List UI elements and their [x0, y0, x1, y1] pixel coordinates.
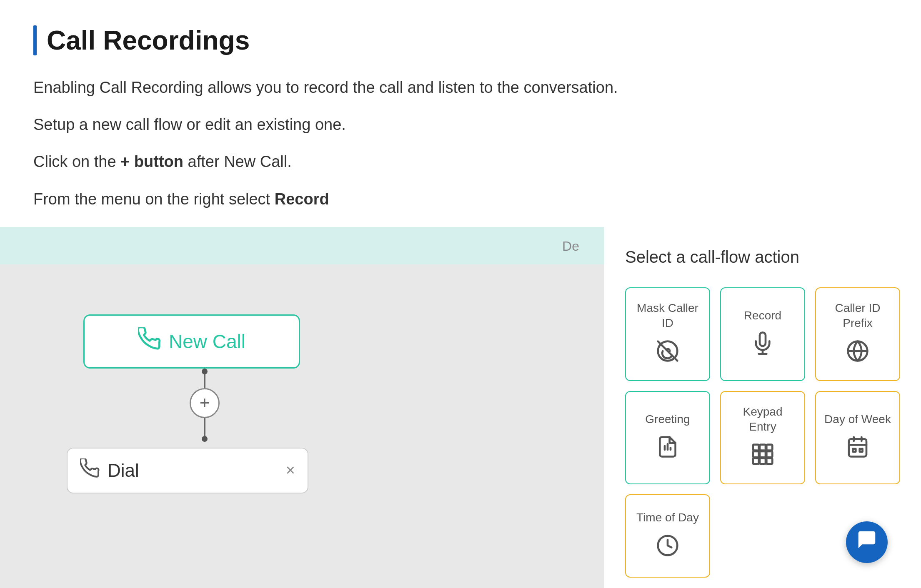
action-label-greeting: Greeting [645, 412, 690, 427]
new-call-label: New Call [169, 330, 245, 353]
dial-icon [80, 458, 100, 483]
description-block: Enabling Call Recording allows you to re… [33, 77, 888, 210]
action-card-day-of-week[interactable]: Day of Week [815, 391, 900, 485]
svg-rect-14 [766, 458, 772, 464]
chat-button[interactable] [846, 521, 888, 563]
day-of-week-icon [846, 435, 869, 463]
connector: + [190, 369, 220, 442]
page-title: Call Recordings [47, 25, 250, 56]
action-label-mask-caller-id: Mask Caller ID [634, 301, 701, 331]
description-line4: From the menu on the right select Record [33, 188, 888, 210]
action-label-time-of-day: Time of Day [636, 510, 699, 525]
svg-rect-11 [766, 451, 772, 457]
dial-left: Dial [80, 458, 139, 483]
record-icon [751, 331, 774, 360]
svg-rect-15 [849, 439, 866, 456]
dial-node[interactable]: Dial × [67, 448, 308, 493]
description-line4-prefix: From the menu on the right select [33, 190, 275, 208]
plus-icon: + [200, 393, 210, 413]
svg-rect-9 [753, 451, 759, 457]
page-container: Call Recordings Enabling Call Recording … [0, 0, 921, 588]
main-area: De New Call + [0, 227, 921, 588]
canvas-body: New Call + [0, 264, 604, 588]
caller-id-prefix-icon [846, 339, 869, 368]
chat-icon [856, 528, 878, 556]
description-line2: Setup a new call flow or edit an existin… [33, 114, 888, 136]
svg-rect-12 [753, 458, 759, 464]
top-content: Call Recordings Enabling Call Recording … [0, 0, 921, 227]
description-line3-prefix: Click on the [33, 153, 120, 170]
svg-rect-13 [760, 458, 766, 464]
action-card-record[interactable]: Record [720, 287, 805, 381]
action-label-caller-id-prefix: Caller ID Prefix [824, 301, 891, 331]
canvas-header-bar: De [0, 227, 604, 264]
new-call-node[interactable]: New Call [83, 314, 300, 369]
page-title-wrapper: Call Recordings [33, 25, 888, 56]
connector-dot-bottom [202, 436, 208, 442]
action-label-record: Record [744, 308, 781, 323]
action-label-keypad-entry: Keypad Entry [729, 404, 796, 435]
keypad-entry-icon [751, 443, 774, 471]
new-call-icon [138, 327, 161, 356]
description-line3-bold: + button [120, 153, 183, 170]
canvas-header-label: De [562, 239, 579, 254]
flow-canvas: De New Call + [0, 227, 604, 588]
panel-title: Select a call-flow action [625, 248, 900, 267]
action-card-caller-id-prefix[interactable]: Caller ID Prefix [815, 287, 900, 381]
title-accent [33, 25, 37, 55]
action-label-day-of-week: Day of Week [824, 412, 891, 427]
svg-rect-6 [753, 445, 759, 451]
dial-close-button[interactable]: × [286, 461, 295, 479]
connector-dot-top [202, 369, 208, 374]
action-card-mask-caller-id[interactable]: Mask Caller ID [625, 287, 710, 381]
description-line1: Enabling Call Recording allows you to re… [33, 77, 888, 99]
plus-button[interactable]: + [190, 388, 220, 418]
description-line3: Click on the + button after New Call. [33, 151, 888, 173]
description-line4-bold: Record [275, 190, 329, 208]
svg-rect-7 [760, 445, 766, 451]
svg-rect-19 [853, 449, 856, 452]
action-card-time-of-day[interactable]: Time of Day [625, 494, 710, 578]
dial-label: Dial [108, 460, 139, 481]
time-of-day-icon [656, 534, 679, 562]
svg-rect-20 [860, 449, 863, 452]
action-card-greeting[interactable]: Greeting [625, 391, 710, 485]
greeting-icon [656, 435, 679, 463]
svg-rect-8 [766, 445, 772, 451]
svg-rect-10 [760, 451, 766, 457]
description-line3-suffix: after New Call. [183, 153, 292, 170]
mask-caller-id-icon [656, 339, 679, 368]
action-card-keypad-entry[interactable]: Keypad Entry [720, 391, 805, 485]
